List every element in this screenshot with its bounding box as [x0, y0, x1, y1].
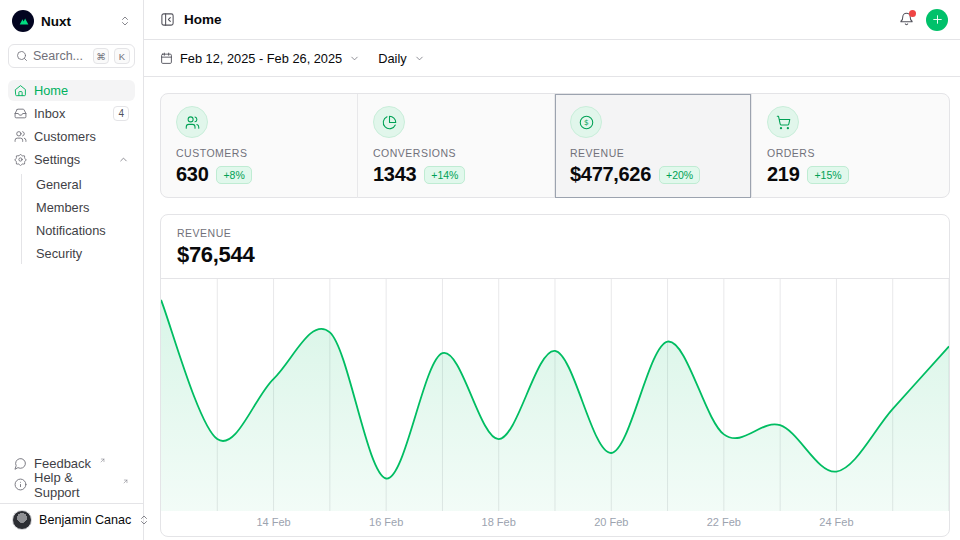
notification-dot: [909, 10, 916, 17]
add-button[interactable]: [926, 9, 948, 31]
dollar-circle-icon: $: [570, 106, 602, 138]
chart-header: REVENUE $76,544: [161, 215, 949, 279]
main-area: Home Feb 12, 2025 - Feb 26, 2025 Daily: [144, 0, 960, 540]
stat-label: ORDERS: [767, 147, 934, 159]
x-axis-label: 14 Feb: [256, 516, 290, 528]
stat-value: 1343: [373, 163, 416, 186]
stat-label: REVENUE: [570, 147, 736, 159]
sidebar-item-general[interactable]: General: [32, 174, 135, 195]
date-range-picker[interactable]: Feb 12, 2025 - Feb 26, 2025: [160, 51, 360, 66]
sidebar-toggle-button[interactable]: [160, 12, 175, 27]
info-circle-icon: [14, 478, 27, 491]
chevrons-up-down-icon: [119, 15, 131, 27]
svg-text:$: $: [584, 118, 589, 127]
external-link-icon: [99, 457, 106, 464]
nuxt-logo-icon: [12, 10, 34, 32]
avatar: [12, 510, 32, 530]
chevron-down-icon: [349, 53, 360, 64]
stat-value: 219: [767, 163, 799, 186]
search-icon: [16, 50, 28, 62]
revenue-chart-card: REVENUE $76,544 14 Feb16 Feb18 Feb20 Feb…: [160, 214, 950, 537]
user-menu[interactable]: Benjamin Canac: [8, 504, 135, 532]
sidebar: Nuxt ⌘ K Home Inbox 4: [0, 0, 144, 540]
x-axis-label: 16 Feb: [369, 516, 403, 528]
notifications-bell-button[interactable]: [899, 12, 914, 27]
sidebar-item-members[interactable]: Members: [32, 197, 135, 218]
chat-bubble-icon: [14, 457, 27, 470]
sidebar-item-inbox[interactable]: Inbox 4: [8, 103, 135, 124]
x-axis: 14 Feb16 Feb18 Feb20 Feb22 Feb24 Feb: [161, 511, 949, 536]
delta-badge: +14%: [424, 166, 465, 184]
sidebar-item-notifications[interactable]: Notifications: [32, 220, 135, 241]
inbox-icon: [14, 107, 27, 120]
x-axis-label: 20 Feb: [594, 516, 628, 528]
shopping-cart-icon: [767, 106, 799, 138]
calendar-icon: [160, 52, 173, 65]
pie-chart-icon: [373, 106, 405, 138]
chevron-down-icon: [414, 53, 425, 64]
chart-total-value: $76,544: [177, 242, 933, 268]
search-input[interactable]: [33, 49, 88, 63]
delta-badge: +8%: [216, 166, 251, 184]
users-icon: [14, 130, 27, 143]
dashboard-content: CUSTOMERS 630 +8% CONVERSIONS 1343 +14%: [144, 77, 960, 540]
sidebar-item-security[interactable]: Security: [32, 243, 135, 264]
x-axis-label: 22 Feb: [707, 516, 741, 528]
stat-value: 630: [176, 163, 208, 186]
kbd-meta: ⌘: [93, 48, 109, 64]
home-icon: [14, 84, 27, 97]
chevron-up-icon: [118, 154, 129, 165]
sidebar-item-settings[interactable]: Settings: [8, 149, 135, 170]
stat-value: $477,626: [570, 163, 651, 186]
settings-children: General Members Notifications Security: [21, 174, 135, 264]
filters-toolbar: Feb 12, 2025 - Feb 26, 2025 Daily: [144, 40, 960, 77]
delta-badge: +20%: [659, 166, 700, 184]
x-axis-label: 18 Feb: [482, 516, 516, 528]
help-support-link[interactable]: Help & Support: [8, 474, 135, 495]
search-input-wrap[interactable]: ⌘ K: [8, 44, 135, 68]
workspace-switcher[interactable]: Nuxt: [8, 8, 135, 34]
delta-badge: +15%: [807, 166, 848, 184]
gear-icon: [14, 153, 27, 166]
page-title: Home: [184, 12, 222, 27]
stats-row: CUSTOMERS 630 +8% CONVERSIONS 1343 +14%: [160, 93, 950, 198]
workspace-name: Nuxt: [41, 14, 112, 29]
stat-label: CUSTOMERS: [176, 147, 342, 159]
users-icon: [176, 106, 208, 138]
kbd-k: K: [114, 48, 130, 64]
sidebar-item-home[interactable]: Home: [8, 80, 135, 101]
stat-card-customers[interactable]: CUSTOMERS 630 +8%: [161, 94, 358, 198]
chart-label: REVENUE: [177, 227, 933, 239]
stat-label: CONVERSIONS: [373, 147, 539, 159]
stat-card-conversions[interactable]: CONVERSIONS 1343 +14%: [358, 94, 555, 198]
inbox-count-badge: 4: [113, 106, 129, 121]
sidebar-nav: Home Inbox 4 Customers Settings Genera: [8, 80, 135, 264]
x-axis-label: 24 Feb: [819, 516, 853, 528]
stat-card-orders[interactable]: ORDERS 219 +15%: [752, 94, 949, 198]
stat-card-revenue[interactable]: $ REVENUE $477,626 +20%: [555, 94, 752, 198]
granularity-select[interactable]: Daily: [378, 51, 424, 66]
top-header: Home: [144, 0, 960, 40]
sidebar-item-customers[interactable]: Customers: [8, 126, 135, 147]
revenue-area-chart[interactable]: [161, 279, 949, 511]
external-link-icon: [122, 478, 129, 485]
